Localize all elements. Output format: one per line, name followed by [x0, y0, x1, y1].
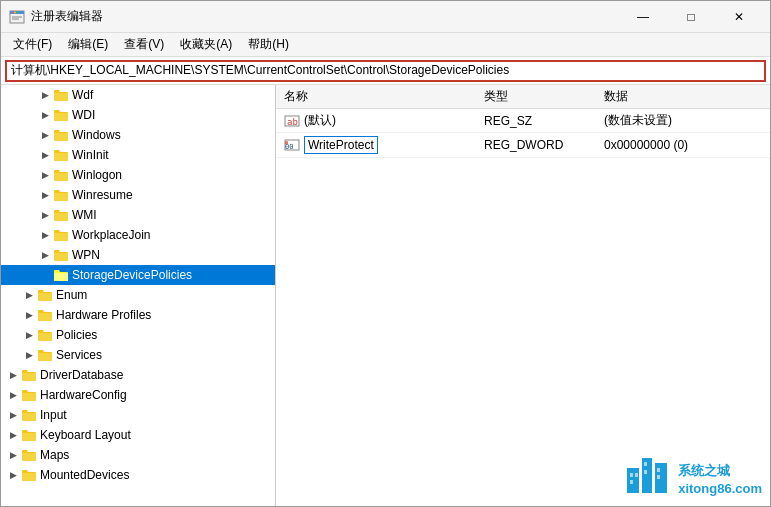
folder-icon-keyboard-layout: [21, 428, 37, 442]
folder-icon-policies: [37, 328, 53, 342]
menu-view[interactable]: 查看(V): [116, 34, 172, 55]
close-button[interactable]: ✕: [716, 3, 762, 31]
svg-rect-15: [630, 473, 633, 477]
tree-item-winlogon[interactable]: ▶ Winlogon: [1, 165, 275, 185]
expand-windows[interactable]: ▶: [37, 127, 53, 143]
tree-item-input[interactable]: ▶ Input: [1, 405, 275, 425]
registry-table: 名称 类型 数据 ab: [276, 85, 770, 158]
svg-rect-20: [657, 468, 660, 472]
main-content: ▶ Wdf ▶ WDI ▶: [1, 85, 770, 506]
folder-icon-workplacejoin: [53, 228, 69, 242]
value-name-cell-default: ab (默认): [284, 112, 468, 129]
menu-file[interactable]: 文件(F): [5, 34, 60, 55]
value-name-default: (默认): [304, 112, 336, 129]
tree-item-wpn[interactable]: ▶ WPN: [1, 245, 275, 265]
expand-wdf[interactable]: ▶: [37, 87, 53, 103]
expand-hardware-profiles[interactable]: ▶: [21, 307, 37, 323]
tree-item-wininit[interactable]: ▶ WinInit: [1, 145, 275, 165]
value-name-writeprotect[interactable]: WriteProtect: [304, 136, 378, 154]
folder-icon-wininit: [53, 148, 69, 162]
expand-maps[interactable]: ▶: [5, 447, 21, 463]
title-bar: 注册表编辑器 — □ ✕: [1, 1, 770, 33]
expand-hardwareconfig[interactable]: ▶: [5, 387, 21, 403]
expand-winresume[interactable]: ▶: [37, 187, 53, 203]
minimize-button[interactable]: —: [620, 3, 666, 31]
menu-edit[interactable]: 编辑(E): [60, 34, 116, 55]
col-header-name: 名称: [276, 85, 476, 109]
expand-services[interactable]: ▶: [21, 347, 37, 363]
tree-item-windows[interactable]: ▶ Windows: [1, 125, 275, 145]
folder-icon-maps: [21, 448, 37, 462]
watermark-url: xitong86.com: [678, 480, 762, 498]
tree-label-input: Input: [40, 408, 67, 422]
address-input[interactable]: [5, 60, 766, 82]
tree-item-hardwareconfig[interactable]: ▶ HardwareConfig: [1, 385, 275, 405]
folder-icon-winlogon: [53, 168, 69, 182]
svg-text:ab: ab: [287, 117, 298, 127]
svg-point-2: [12, 11, 14, 13]
maximize-button[interactable]: □: [668, 3, 714, 31]
svg-point-4: [17, 11, 19, 13]
address-bar: [1, 57, 770, 85]
folder-icon-storagedevicepolicies: [53, 268, 69, 282]
expand-input[interactable]: ▶: [5, 407, 21, 423]
tree-label-workplacejoin: WorkplaceJoin: [72, 228, 150, 242]
tree-label-hardware-profiles: Hardware Profiles: [56, 308, 151, 322]
expand-policies[interactable]: ▶: [21, 327, 37, 343]
col-header-data: 数据: [596, 85, 770, 109]
tree-label-wdi: WDI: [72, 108, 95, 122]
svg-rect-18: [644, 462, 647, 466]
tree-item-mounteddevices[interactable]: ▶ MountedDevices: [1, 465, 275, 485]
window-title: 注册表编辑器: [31, 8, 103, 25]
tree-item-services[interactable]: ▶ Services: [1, 345, 275, 365]
folder-icon-hardwareconfig: [21, 388, 37, 402]
value-type-default: REG_SZ: [476, 109, 596, 133]
tree-label-winresume: Winresume: [72, 188, 133, 202]
svg-text:▦: ▦: [285, 139, 288, 145]
tree-item-hardware-profiles[interactable]: ▶ Hardware Profiles: [1, 305, 275, 325]
folder-icon-wpn: [53, 248, 69, 262]
menu-favorites[interactable]: 收藏夹(A): [172, 34, 240, 55]
folder-icon-wmi: [53, 208, 69, 222]
reg-dword-icon: 00 ▦: [284, 137, 300, 153]
expand-wmi[interactable]: ▶: [37, 207, 53, 223]
tree-item-keyboard-layout[interactable]: ▶ Keyboard Layout: [1, 425, 275, 445]
svg-rect-17: [630, 480, 633, 484]
expand-wininit[interactable]: ▶: [37, 147, 53, 163]
expand-enum[interactable]: ▶: [21, 287, 37, 303]
menu-help[interactable]: 帮助(H): [240, 34, 297, 55]
tree-item-policies[interactable]: ▶ Policies: [1, 325, 275, 345]
tree-item-driverdatabase[interactable]: ▶ DriverDatabase: [1, 365, 275, 385]
tree-item-winresume[interactable]: ▶ Winresume: [1, 185, 275, 205]
tree-item-storagedevicepolicies[interactable]: StorageDevicePolicies: [1, 265, 275, 285]
tree-item-wdf[interactable]: ▶ Wdf: [1, 85, 275, 105]
tree-item-wdi[interactable]: ▶ WDI: [1, 105, 275, 125]
tree-label-enum: Enum: [56, 288, 87, 302]
tree-panel: ▶ Wdf ▶ WDI ▶: [1, 85, 276, 506]
folder-icon-wdi: [53, 108, 69, 122]
expand-keyboard-layout[interactable]: ▶: [5, 427, 21, 443]
tree-item-workplacejoin[interactable]: ▶ WorkplaceJoin: [1, 225, 275, 245]
folder-icon-driverdatabase: [21, 368, 37, 382]
expand-wdi[interactable]: ▶: [37, 107, 53, 123]
watermark-text-block: 系统之城 xitong86.com: [678, 462, 762, 498]
expand-driverdatabase[interactable]: ▶: [5, 367, 21, 383]
svg-rect-21: [657, 475, 660, 479]
tree-label-driverdatabase: DriverDatabase: [40, 368, 123, 382]
tree-label-services: Services: [56, 348, 102, 362]
expand-winlogon[interactable]: ▶: [37, 167, 53, 183]
tree-item-maps[interactable]: ▶ Maps: [1, 445, 275, 465]
svg-rect-16: [635, 473, 638, 477]
table-row[interactable]: 00 ▦ WriteProtect REG_DWORD 0x00000000 (…: [276, 133, 770, 158]
title-controls: — □ ✕: [620, 3, 762, 31]
folder-icon-enum: [37, 288, 53, 302]
tree-item-wmi[interactable]: ▶ WMI: [1, 205, 275, 225]
expand-mounteddevices[interactable]: ▶: [5, 467, 21, 483]
watermark-logo-icon: [622, 448, 672, 498]
table-row[interactable]: ab (默认) REG_SZ (数值未设置): [276, 109, 770, 133]
folder-icon-input: [21, 408, 37, 422]
expand-workplacejoin[interactable]: ▶: [37, 227, 53, 243]
tree-label-policies: Policies: [56, 328, 97, 342]
expand-wpn[interactable]: ▶: [37, 247, 53, 263]
tree-item-enum[interactable]: ▶ Enum: [1, 285, 275, 305]
